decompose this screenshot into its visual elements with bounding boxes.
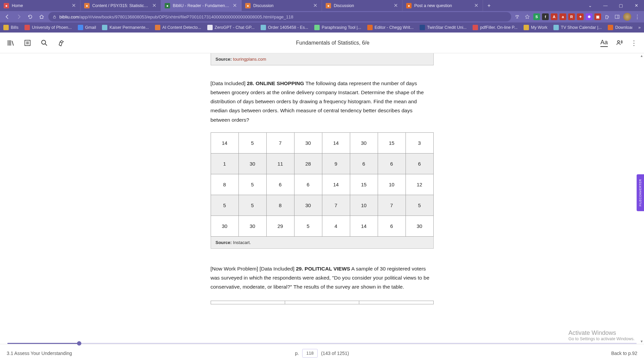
- table-cell: 30: [350, 132, 378, 153]
- table-cell: 7: [266, 132, 294, 153]
- bookmark-item[interactable]: Order 1405458 - Es...: [261, 25, 308, 30]
- bookmark-favicon: [608, 25, 613, 30]
- table-cell: 15: [350, 174, 378, 195]
- chevron-down-icon[interactable]: ⌄: [582, 0, 598, 11]
- tab-close-icon[interactable]: [233, 3, 237, 8]
- bookmark-item[interactable]: Kaiser Permanente...: [102, 25, 149, 30]
- bookmark-item[interactable]: Bills: [3, 25, 18, 30]
- bookmark-favicon: [314, 25, 320, 30]
- maximize-button[interactable]: ▢: [613, 0, 629, 11]
- search-icon[interactable]: [40, 39, 48, 47]
- bookmark-item[interactable]: ZeroGPT - Chat GP...: [207, 25, 255, 30]
- address-bar[interactable]: bibliu.com/app/#/view/books/978013680805…: [48, 12, 511, 21]
- progress-fill: [7, 343, 79, 344]
- share-icon[interactable]: [513, 13, 521, 21]
- back-to-page-link[interactable]: Back to p.92: [611, 351, 637, 356]
- minimize-button[interactable]: —: [598, 0, 613, 11]
- table-cell: 10: [350, 195, 378, 216]
- read-aloud-icon[interactable]: [615, 39, 623, 47]
- extension-icon[interactable]: ✦: [577, 13, 584, 20]
- tab-close-icon[interactable]: [72, 3, 76, 8]
- bookmark-item[interactable]: AI Content Detecto...: [155, 25, 201, 30]
- bookmark-item[interactable]: Editor - Chegg Writ...: [367, 25, 414, 30]
- source-box-2: Source: Instacart.: [211, 237, 434, 249]
- bookmark-item[interactable]: University of Phoen...: [24, 25, 72, 30]
- bookmark-favicon: [207, 25, 213, 30]
- tab-close-icon[interactable]: [313, 3, 318, 8]
- bookmark-label: Bills: [11, 25, 18, 30]
- home-button[interactable]: [37, 12, 46, 21]
- table-cell: 11: [266, 153, 294, 174]
- font-size-button[interactable]: Aa: [600, 39, 608, 47]
- bookmark-item[interactable]: TV Show Calendar |...: [553, 25, 602, 30]
- bookmark-favicon: [261, 25, 266, 30]
- bookmark-favicon: [78, 25, 83, 30]
- new-tab-button[interactable]: +: [483, 0, 495, 11]
- source-box-1: Source: touringplans.com: [211, 53, 434, 65]
- more-icon[interactable]: ⋮: [631, 39, 637, 47]
- svg-rect-1: [615, 15, 619, 18]
- extension-icon[interactable]: a: [559, 13, 566, 20]
- close-window-button[interactable]: ✕: [629, 0, 644, 11]
- browser-tab[interactable]: ●Discussion: [322, 0, 402, 11]
- fileconverter-sidetab[interactable]: FILECONVERTER: [637, 174, 644, 211]
- table-cell: 6: [378, 216, 406, 236]
- question-28: [Data Included] 28. ONLINE SHOPPING The …: [211, 79, 434, 124]
- bookmark-item[interactable]: Download masterc...: [608, 25, 632, 30]
- table-cell: 5: [238, 195, 266, 216]
- progress-thumb[interactable]: [77, 341, 81, 346]
- scroll-down-arrow[interactable]: ▼: [640, 340, 643, 343]
- tab-close-icon[interactable]: [394, 3, 398, 8]
- extension-icon[interactable]: R: [568, 13, 575, 20]
- scroll-up-arrow[interactable]: ▲: [640, 54, 643, 58]
- bookmark-item[interactable]: My Work: [524, 25, 547, 30]
- browser-tab[interactable]: ●Content / PSY/315: Statistical Rea: [80, 0, 161, 11]
- bookmark-label: Gmail: [85, 25, 96, 30]
- extensions-icon[interactable]: [603, 13, 611, 21]
- menu-icon[interactable]: ⋮: [633, 13, 641, 21]
- extension-icon[interactable]: f: [542, 13, 549, 20]
- tab-close-icon[interactable]: [474, 3, 479, 8]
- panel-icon[interactable]: [613, 13, 621, 21]
- browser-tab[interactable]: ●BibliU - Reader - Fundamentals o: [161, 0, 241, 11]
- extension-icon[interactable]: ✱: [586, 13, 592, 20]
- bookmark-item[interactable]: TwinStar Credit Uni...: [420, 25, 467, 30]
- browser-tab[interactable]: ●Home: [0, 0, 80, 11]
- extension-icon[interactable]: S: [533, 13, 540, 20]
- extension-icon[interactable]: ▣: [594, 13, 601, 20]
- table-cell: 3: [406, 132, 433, 153]
- source-link[interactable]: touringplans.com: [233, 57, 266, 62]
- toc-icon[interactable]: [23, 39, 32, 47]
- reload-button[interactable]: [25, 12, 35, 21]
- q28-text: The following data represent the number …: [211, 80, 424, 123]
- tab-title: BibliU - Reader - Fundamentals o: [173, 3, 230, 8]
- progress-track[interactable]: [7, 343, 637, 344]
- bookmark-favicon: [524, 25, 529, 30]
- library-icon[interactable]: [7, 39, 15, 47]
- highlight-icon[interactable]: [57, 39, 65, 47]
- q29-number: 29. POLITICAL VIEWS: [296, 266, 350, 272]
- svg-line-8: [45, 44, 47, 46]
- table-cell: 6: [266, 174, 294, 195]
- bookmark-item[interactable]: Paraphrasing Tool |...: [314, 25, 361, 30]
- bookmarks-overflow-icon[interactable]: »: [638, 25, 641, 30]
- tab-favicon: ●: [84, 3, 90, 8]
- page-input[interactable]: [302, 349, 318, 358]
- tab-close-icon[interactable]: [152, 3, 157, 8]
- profile-avatar[interactable]: [623, 13, 631, 21]
- bookmark-item[interactable]: pdfFiller. On-line P...: [473, 25, 518, 30]
- bookmark-item[interactable]: Gmail: [78, 25, 96, 30]
- table-cell: 7: [322, 195, 350, 216]
- q29-prefix: [Now Work Problem] [Data Included]: [211, 266, 296, 272]
- star-icon[interactable]: [523, 13, 531, 21]
- browser-tab[interactable]: ●Post a new question: [402, 0, 483, 11]
- bookmark-label: pdfFiller. On-line P...: [480, 25, 518, 30]
- back-button[interactable]: [3, 12, 12, 21]
- forward-button[interactable]: [14, 12, 23, 21]
- extension-icon[interactable]: A: [551, 13, 557, 20]
- table-cell: 5: [406, 195, 433, 216]
- bookmark-favicon: [155, 25, 160, 30]
- bookmark-favicon: [473, 25, 478, 30]
- reader-header: Fundamentals of Statistics, 6/e Aa ⋮: [0, 33, 644, 53]
- browser-tab[interactable]: ●Discussion: [241, 0, 322, 11]
